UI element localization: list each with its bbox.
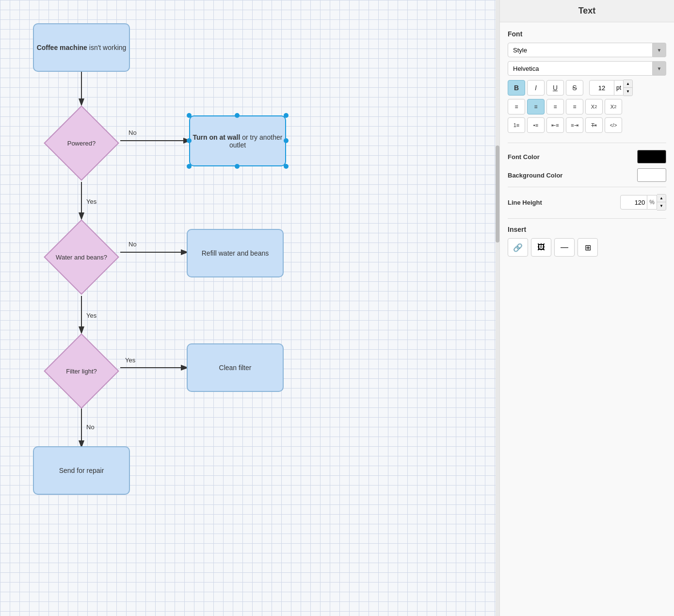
subscript-button[interactable]: X2 <box>585 99 603 114</box>
align-justify-button[interactable]: ≡ <box>566 99 583 114</box>
italic-button[interactable]: I <box>527 80 545 96</box>
style-dropdown-wrapper[interactable]: Style ▼ <box>508 43 666 57</box>
insert-hr-button[interactable]: — <box>554 238 575 257</box>
font-select[interactable]: Helvetica <box>508 61 653 76</box>
font-section: Font Style ▼ Helvetica ▼ B I U S <box>508 30 666 133</box>
bg-color-swatch[interactable] <box>637 168 666 182</box>
bg-color-row: Background Color <box>508 168 666 182</box>
font-size-spinners: ▲ ▼ <box>624 80 633 96</box>
svg-text:Yes: Yes <box>86 312 97 319</box>
handle-bl[interactable] <box>187 164 192 169</box>
svg-text:No: No <box>86 423 95 431</box>
line-height-input[interactable] <box>620 195 647 210</box>
diamond-filter[interactable]: Filter light? <box>33 332 130 410</box>
insert-image-button[interactable]: 🖼 <box>531 238 551 257</box>
font-color-row: Font Color <box>508 150 666 163</box>
font-size-input[interactable] <box>589 80 614 96</box>
font-color-label: Font Color <box>508 153 637 161</box>
align-right-button[interactable]: ≡ <box>546 99 564 114</box>
diamond-water-beans[interactable]: Water and beans? <box>33 218 130 296</box>
line-height-spinners: ▲ ▼ <box>657 194 666 211</box>
bold-button[interactable]: B <box>508 80 525 96</box>
font-color-swatch[interactable] <box>637 150 666 163</box>
diamond-powered[interactable]: Powered? <box>33 104 130 182</box>
style-select[interactable]: Style <box>508 43 653 57</box>
scrollbar-track <box>496 0 499 616</box>
underline-button[interactable]: U <box>546 80 564 96</box>
node-repair[interactable]: Send for repair <box>33 446 130 495</box>
node-refill[interactable]: Refill water and beans <box>187 229 284 277</box>
font-size-down[interactable]: ▼ <box>624 88 632 96</box>
node-start[interactable]: Coffee machine isn't working <box>33 23 130 72</box>
insert-table-button[interactable]: ⊞ <box>578 238 598 257</box>
panel-header: Text <box>500 0 674 22</box>
line-height-up[interactable]: ▲ <box>657 195 666 202</box>
html-button[interactable]: </> <box>605 117 622 133</box>
font-size-up[interactable]: ▲ <box>624 80 632 88</box>
font-section-title: Font <box>508 30 666 38</box>
handle-ml[interactable] <box>187 138 192 143</box>
line-height-row: Line Height % ▲ ▼ <box>508 194 666 211</box>
style-dropdown-arrow[interactable]: ▼ <box>653 43 666 57</box>
handle-tl[interactable] <box>187 113 192 118</box>
insert-section: Insert 🔗 🖼 — ⊞ <box>508 226 666 257</box>
format-row-2: ≡ ≡ ≡ ≡ X2 X2 <box>508 99 666 114</box>
format-row-3: 1≡ •≡ ⇤≡ ≡⇥ Tx </> <box>508 117 666 133</box>
font-size-box: pt ▲ ▼ <box>589 80 633 96</box>
canvas-area[interactable]: No Yes No Yes Yes No Coffee machine isn'… <box>0 0 499 616</box>
line-height-down[interactable]: ▼ <box>657 202 666 210</box>
strikethrough-button[interactable]: S <box>566 80 583 96</box>
font-size-unit: pt <box>614 80 624 96</box>
handle-mr[interactable] <box>284 138 289 143</box>
bg-color-label: Background Color <box>508 172 637 179</box>
right-panel: Text Font Style ▼ Helvetica ▼ B <box>499 0 674 616</box>
handle-br[interactable] <box>284 164 289 169</box>
format-row-1: B I U S pt ▲ ▼ <box>508 80 666 96</box>
align-center-button[interactable]: ≡ <box>527 99 545 114</box>
handle-bm[interactable] <box>235 164 240 169</box>
panel-content: Font Style ▼ Helvetica ▼ B I U S <box>500 22 674 616</box>
svg-text:Yes: Yes <box>86 198 97 205</box>
clear-format-button[interactable]: Tx <box>585 117 603 133</box>
flowchart-svg: No Yes No Yes Yes No <box>0 0 499 616</box>
insert-row: 🔗 🖼 — ⊞ <box>508 238 666 257</box>
line-height-input-wrap: % ▲ ▼ <box>620 194 666 211</box>
scrollbar-thumb[interactable] <box>496 146 499 243</box>
insert-link-button[interactable]: 🔗 <box>508 238 528 257</box>
font-dropdown-wrapper[interactable]: Helvetica ▼ <box>508 61 666 76</box>
handle-tm[interactable] <box>235 113 240 118</box>
font-dropdown-arrow[interactable]: ▼ <box>653 61 666 76</box>
node-turn-on[interactable]: Turn on at wall or try another outlet <box>189 115 286 166</box>
align-left-button[interactable]: ≡ <box>508 99 525 114</box>
indent-decrease-button[interactable]: ⇤≡ <box>546 117 564 133</box>
line-height-label: Line Height <box>508 199 620 206</box>
indent-increase-button[interactable]: ≡⇥ <box>566 117 583 133</box>
node-clean-filter[interactable]: Clean filter <box>187 343 284 392</box>
ordered-list-button[interactable]: 1≡ <box>508 117 525 133</box>
superscript-button[interactable]: X2 <box>605 99 622 114</box>
line-height-unit: % <box>647 195 657 210</box>
unordered-list-button[interactable]: •≡ <box>527 117 545 133</box>
insert-section-title: Insert <box>508 226 666 233</box>
handle-tr[interactable] <box>284 113 289 118</box>
